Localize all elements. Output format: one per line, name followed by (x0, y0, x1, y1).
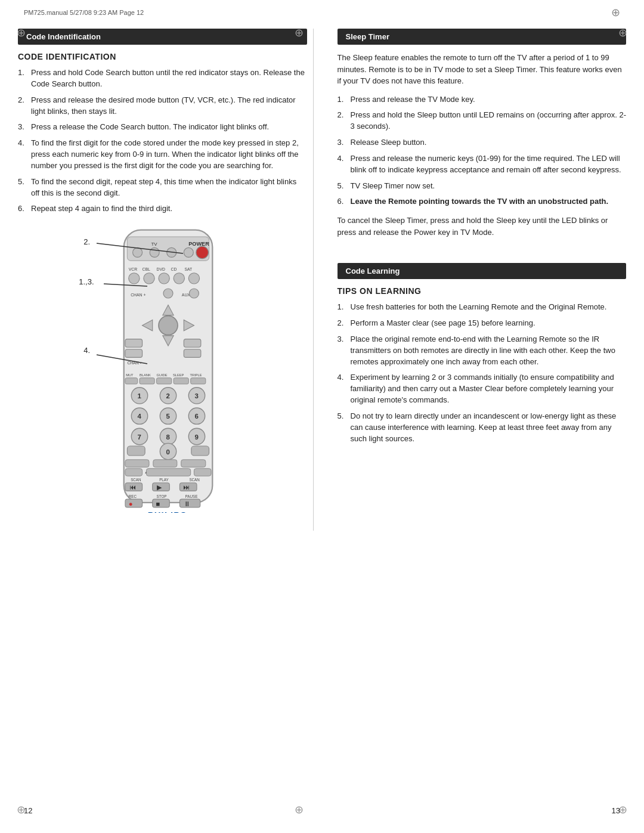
step-text-4: To find the first digit for the code sto… (31, 138, 307, 172)
reg-mark-top-right: ⊕ (618, 26, 627, 39)
arrow-lines-svg (79, 227, 246, 531)
sleep-step-num-5: 5. (338, 181, 351, 192)
step-text-3: Press a release the Code Search button. … (31, 122, 307, 133)
step-text-6: Repeat step 4 again to find the third di… (31, 203, 307, 215)
svg-line-92 (104, 284, 147, 286)
sleep-step-num-6: 6. (338, 196, 351, 208)
svg-line-91 (97, 243, 183, 253)
sleep-step-text-6: Leave the Remote pointing towards the TV… (351, 196, 627, 208)
registration-mark-top: ⊕ (611, 6, 620, 19)
step-5: 5. To find the second digit, repeat step… (18, 176, 307, 199)
learning-step-4: 4. Experiment by learning 2 or 3 command… (338, 372, 627, 406)
sleep-step-text-5: TV Sleep Timer now set. (351, 181, 627, 192)
sleep-step-4: 4. Press and release the numeric keys (0… (338, 153, 627, 176)
code-identification-header: Code Indentification (18, 29, 307, 45)
learning-step-3: 3. Place the original remote end-to-end … (338, 334, 627, 368)
learning-step-5: 5. Do not try to learn directly under an… (338, 411, 627, 445)
learning-step-num-3: 3. (338, 334, 351, 368)
left-column: Code Indentification CODE IDENTIFICATION… (18, 29, 314, 531)
tips-on-learning-title: TIPS ON LEARNING (338, 286, 627, 296)
code-learning-header: Code Learning (338, 263, 627, 279)
sleep-step-num-2: 2. (338, 110, 351, 132)
learning-step-num-5: 5. (338, 411, 351, 445)
sleep-step-num-1: 1. (338, 94, 351, 106)
sleep-step-6: 6. Leave the Remote pointing towards the… (338, 196, 627, 208)
step-4: 4. To find the first digit for the code … (18, 138, 307, 172)
right-column: Sleep Timer The Sleep feature enables th… (332, 29, 627, 531)
step-text-1: Press and hold Code Search button until … (31, 67, 307, 90)
step-text-5: To find the second digit, repeat step 4,… (31, 176, 307, 199)
sleep-step-text-4: Press and release the numeric keys (01-9… (351, 153, 627, 176)
learning-step-text-2: Perform a Master clear (see page 15) bef… (351, 318, 627, 329)
step-6: 6. Repeat step 4 again to find the third… (18, 203, 307, 215)
remote-container: 2. 1.,3. 4. TV POWER (79, 227, 246, 531)
sleep-timer-header: Sleep Timer (338, 29, 627, 45)
step-num-4: 4. (18, 138, 31, 172)
reg-mark-top-center: ⊕ (295, 26, 304, 39)
header-text: PM725.manual 5/27/08 9:23 AM Page 12 (24, 9, 144, 16)
step-num-6: 6. (18, 203, 31, 215)
sleep-step-text-2: Press and hold the Sleep button until LE… (351, 110, 627, 132)
svg-line-93 (97, 355, 147, 364)
sleep-step-num-4: 4. (338, 153, 351, 176)
step-num-5: 5. (18, 176, 31, 199)
page-numbers: 12 13 (0, 800, 644, 821)
learning-step-num-4: 4. (338, 372, 351, 406)
learning-step-text-5: Do not try to learn directly under an in… (351, 411, 627, 445)
page-number-right: 13 (612, 806, 620, 815)
reg-mark-top-left: ⊕ (17, 26, 26, 39)
step-1: 1. Press and hold Code Search button unt… (18, 67, 307, 90)
step-num-1: 1. (18, 67, 31, 90)
learning-step-text-3: Place the original remote end-to-end wit… (351, 334, 627, 368)
page-number-left: 12 (24, 806, 32, 815)
learning-step-num-2: 2. (338, 318, 351, 329)
sleep-step-3: 3. Release Sleep button. (338, 137, 627, 148)
sleep-timer-intro: The Sleep feature enables the remote to … (338, 52, 627, 87)
code-identification-steps: 1. Press and hold Code Search button unt… (18, 67, 307, 215)
step-2: 2. Press and release the desired mode bu… (18, 95, 307, 117)
sleep-step-1: 1. Press and release the TV Mode key. (338, 94, 627, 106)
step-num-2: 2. (18, 95, 31, 117)
code-identification-title: CODE IDENTIFICATION (18, 52, 307, 61)
step-num-3: 3. (18, 122, 31, 133)
sleep-timer-steps: 1. Press and release the TV Mode key. 2.… (338, 94, 627, 208)
header-bar: PM725.manual 5/27/08 9:23 AM Page 12 ⊕ (0, 0, 644, 23)
learning-step-num-1: 1. (338, 302, 351, 313)
page-wrapper: PM725.manual 5/27/08 9:23 AM Page 12 ⊕ C… (0, 0, 644, 833)
code-learning-steps: 1. Use fresh batteries for both the Lear… (338, 302, 627, 444)
step-3: 3. Press a release the Code Search butto… (18, 122, 307, 133)
main-columns: Code Indentification CODE IDENTIFICATION… (0, 23, 644, 537)
learning-step-text-1: Use fresh batteries for both the Learnin… (351, 302, 627, 313)
remote-illustration-area: 2. 1.,3. 4. TV POWER (18, 227, 307, 531)
step-text-2: Press and release the desired mode butto… (31, 95, 307, 117)
spacer (338, 245, 627, 263)
sleep-step-num-3: 3. (338, 137, 351, 148)
learning-step-text-4: Experiment by learning 2 or 3 commands i… (351, 372, 627, 406)
sleep-step-text-1: Press and release the TV Mode key. (351, 94, 627, 106)
sleep-step-5: 5. TV Sleep Timer now set. (338, 181, 627, 192)
sleep-cancel-text: To cancel the Sleep Timer, press and hol… (338, 215, 627, 238)
learning-step-1: 1. Use fresh batteries for both the Lear… (338, 302, 627, 313)
sleep-step-2: 2. Press and hold the Sleep button until… (338, 110, 627, 132)
sleep-step-text-3: Release Sleep button. (351, 137, 627, 148)
learning-step-2: 2. Perform a Master clear (see page 15) … (338, 318, 627, 329)
